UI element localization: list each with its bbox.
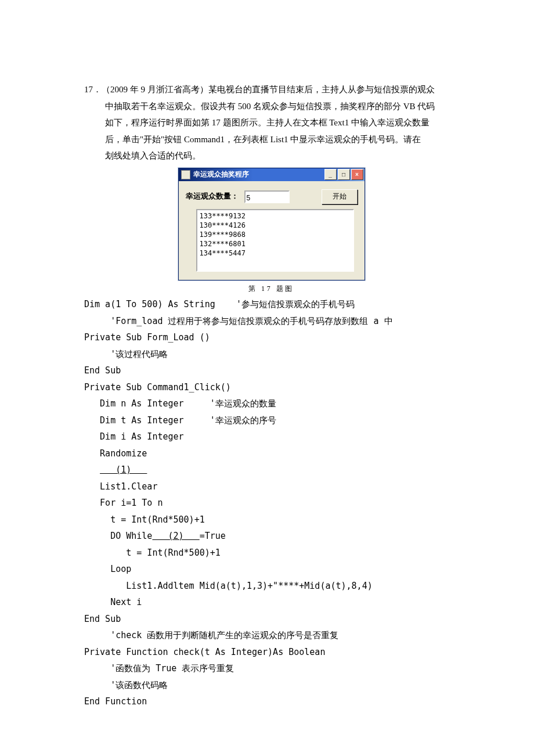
close-button[interactable]: ×: [351, 169, 363, 180]
list-item[interactable]: 139****9868: [200, 230, 351, 239]
maximize-button[interactable]: □: [338, 169, 350, 180]
text1-input[interactable]: 5: [244, 190, 290, 203]
code-line: End Function: [84, 696, 147, 707]
code-line: '该过程代码略: [84, 349, 168, 359]
question-stem: 17．（2009 年 9 月浙江省高考）某电视台的直播节目结束后，主持人从参与短…: [84, 81, 459, 164]
stem-line-3: 如下，程序运行时界面如第 17 题图所示。主持人在文本框 Text1 中输入幸运…: [84, 114, 459, 131]
code-comment: '参与短信投票观众的手机号码: [236, 299, 355, 309]
code-line: Randomize: [84, 448, 147, 459]
stem-line-2: 中抽取若干名幸运观众。假设共有 500 名观众参与短信投票，抽奖程序的部分 VB…: [84, 98, 459, 115]
code-block: Dim a(1 To 500) As String '参与短信投票观众的手机号码…: [84, 296, 459, 710]
code-line: Dim i As Integer: [84, 431, 184, 442]
list-item[interactable]: 134****5447: [200, 249, 351, 258]
figure-caption: 第 17 题图: [84, 282, 459, 296]
code-frag: DO While: [84, 531, 152, 541]
code-line: For i=1 To n: [84, 498, 163, 508]
code-line: t = Int(Rnd*500)+1: [84, 548, 221, 558]
code-line: 'check 函数用于判断随机产生的幸运观众的序号是否重复: [84, 630, 338, 640]
list-item[interactable]: 130****4126: [200, 221, 351, 230]
blank-2: (2): [152, 531, 199, 541]
figure-container: 幸运观众抽奖程序 _ □ × 幸运观众数量： 5 开始 133****9132 …: [84, 168, 459, 296]
stem-line-4: 后，单击"开始"按钮 Command1，在列表框 List1 中显示幸运观众的手…: [84, 131, 459, 148]
code-line: End Sub: [84, 365, 121, 376]
list1-listbox[interactable]: 133****9132 130****4126 139****9868 132*…: [196, 209, 354, 272]
list-item[interactable]: 133****9132: [200, 211, 351, 221]
code-line: List1.Addltem Mid(a(t),1,3)+"****+Mid(a(…: [84, 581, 373, 591]
vb-window: 幸运观众抽奖程序 _ □ × 幸运观众数量： 5 开始 133****9132 …: [178, 168, 365, 280]
code-frag: =True: [200, 531, 226, 541]
blank-1: (1): [100, 465, 147, 475]
code-line: Dim t As Integer '幸运观众的序号: [84, 415, 276, 426]
app-icon: [181, 170, 190, 179]
titlebar: 幸运观众抽奖程序 _ □ ×: [179, 168, 365, 181]
code-line: Loop: [84, 564, 131, 574]
code-line: Next i: [84, 597, 142, 607]
stem-line-1: （2009 年 9 月浙江省高考）某电视台的直播节目结束后，主持人从参与短信投票…: [102, 85, 435, 94]
code-line: Dim n As Integer '幸运观众的数量: [84, 398, 276, 409]
code-line: '该函数代码略: [84, 680, 168, 690]
code-line: 'Form_load 过程用于将参与短信投票观众的手机号码存放到数组 a 中: [84, 316, 393, 326]
code-line: List1.Clear: [84, 481, 157, 492]
code-indent: [84, 465, 100, 475]
stem-line-5: 划线处填入合适的代码。: [84, 147, 459, 164]
count-label: 幸运观众数量：: [186, 189, 239, 204]
list-item[interactable]: 132****6801: [200, 239, 351, 249]
code-line: Dim a(1 To 500) As String: [84, 299, 236, 309]
window-title: 幸运观众抽奖程序: [193, 168, 249, 181]
code-line: Private Function check(t As Integer)As B…: [84, 647, 325, 657]
code-line: t = Int(Rnd*500)+1: [84, 514, 205, 525]
minimize-button[interactable]: _: [324, 169, 337, 180]
code-line: End Sub: [84, 614, 121, 624]
start-button[interactable]: 开始: [322, 189, 358, 204]
code-line: '函数值为 True 表示序号重复: [84, 663, 234, 674]
question-number: 17．: [84, 85, 102, 94]
code-line: Private Sub Form_Load (): [84, 332, 210, 343]
code-line: Private Sub Command1_Click(): [84, 382, 231, 393]
